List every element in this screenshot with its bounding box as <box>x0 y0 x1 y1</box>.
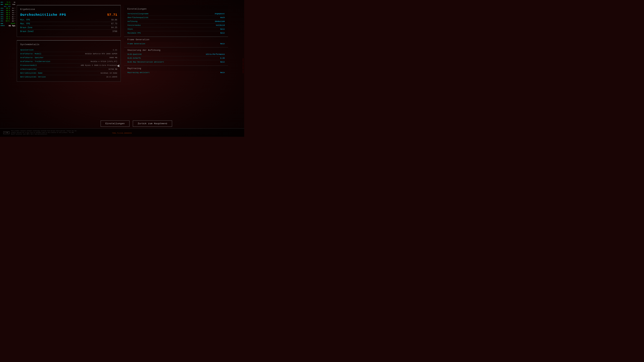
scaling-rows: DLSS-QualitätUltra-PerformanceDLSS-Schär… <box>128 52 225 64</box>
fps-row: Braun Zone64.25 <box>20 26 117 30</box>
fps-row: Braun Zone23708 <box>20 30 117 33</box>
side-decoration <box>243 58 244 78</box>
system-rows: Spielversion2.21Grafikkarte: ModellNVIDI… <box>20 48 117 79</box>
results-section: Ergebnisse Durchschnittliche FPS 57.71 M… <box>17 5 121 37</box>
scaling-row: DLSS-Schärfe0.65 <box>128 56 225 60</box>
hud-ram-label: RAM <box>1 23 3 25</box>
hud-cpu-row: CPU:60 %75 * <box>1 7 15 9</box>
bottom-code: TRN_TLCAS_B00D95 <box>112 132 132 134</box>
frame-gen-title: Frame Generation <box>124 37 228 42</box>
hud-ram-val: 15167 <box>11 23 15 25</box>
settings-main-title: Einstellungen <box>128 8 225 10</box>
system-detail-row: ProzessormodellAMD Ryzen 5 3600 6-Core P… <box>20 63 117 67</box>
hud-cpu-row: CPU:60 %78 * <box>1 12 15 14</box>
hud-cpu-row: CPU:60 %81 * <box>1 16 15 18</box>
fps-rows: Min. FPS50.86Max. FPS67.73Braun Zone64.2… <box>20 18 117 33</box>
avg-fps-value: 57.71 <box>107 13 117 17</box>
system-detail-row: Grafikkarte: Speicher8006 MB <box>20 56 117 60</box>
setting-row: Auflösung3840x2160 <box>128 19 225 23</box>
hud-cpu-row: CPU60 %60 * <box>1 20 15 22</box>
settings-main-section: Einstellungen VoreinstellungsnameAngepas… <box>124 5 228 37</box>
frame-gen-row: Frame GenerationNein <box>128 42 225 45</box>
hud-overlay: GPU 71 % 39 MEM 6589 % 7905 Min. FPS CPU… <box>0 0 16 29</box>
version-badge: V 85 <box>3 131 10 134</box>
scaling-section: DLSS-QualitätUltra-PerformanceDLSS-Schär… <box>124 52 228 65</box>
fps-row: Max. FPS67.73 <box>20 22 117 26</box>
left-panel: Ergebnisse Durchschnittliche FPS 57.71 M… <box>17 5 121 133</box>
setting-row: OberflächenqualitätHoch <box>128 16 225 19</box>
settings-button[interactable]: Einstellungen <box>100 120 130 127</box>
hud-mem-extra: 7905 <box>12 3 15 6</box>
scaling-row: DLSS-QualitätUltra-Performance <box>128 52 225 56</box>
settings-main-rows: VoreinstellungsnameAngepasstOberflächenq… <box>128 12 225 35</box>
setting-row: Maximale FPSNein <box>128 31 225 35</box>
frame-gen-rows: Frame GenerationNein <box>128 42 225 45</box>
avg-fps-label: Durchschnittliche FPS <box>20 13 66 17</box>
back-button[interactable]: Zurück zum Hauptmenü <box>133 120 172 127</box>
scaling-row: DLSS Ray Reconstruction aktiviertNein <box>128 60 225 64</box>
scaling-title: Skalierung der Auflösung <box>124 47 228 52</box>
bottom-buttons: Einstellungen Zurück zum Hauptmenü <box>100 120 172 127</box>
raytracing-section: Raytracing aktiviertNein <box>124 71 228 76</box>
hud-d3d-label: D3D12 <box>1 25 5 27</box>
hud-cpu-section: CPU:60 %75 *CPU:60 %59 *CPU:60 %78 *CPU:… <box>1 7 15 22</box>
setting-row: VoreinstellungsnameAngepasst <box>128 12 225 16</box>
results-title: Ergebnisse <box>20 8 117 10</box>
raytracing-title: Raytracing <box>124 66 228 71</box>
system-detail-row: Spielversion2.21 <box>20 48 117 52</box>
system-detail-row: Grafikkarte: ModellNVIDIA GeForce RTX 20… <box>20 52 117 56</box>
system-detail-row: Arbeitsspeicher32768 MB <box>20 67 117 71</box>
setting-row: FenstermodusVollbild <box>128 23 225 27</box>
hud-minfps-label: Min. FPS <box>4 5 10 7</box>
raytracing-rows: Raytracing aktiviertNein <box>128 71 225 74</box>
system-detail-row: Betriebssystem: NameWindows 10 Home <box>20 71 117 75</box>
avg-fps-row: Durchschnittliche FPS 57.71 <box>20 13 117 17</box>
hud-mem-val: 6589 % <box>5 3 10 6</box>
hud-cpu-row: CPU:60 %75 * <box>1 14 15 16</box>
right-panel: Einstellungen VoreinstellungsnameAngepas… <box>124 5 228 133</box>
hud-gpu-val: 71 % <box>6 1 10 3</box>
system-section: Systemdetails Spielversion2.21Grafikkart… <box>17 40 121 82</box>
hud-gpu-extra: 39 <box>14 1 15 3</box>
setting-row: VSyncNein <box>128 27 225 31</box>
system-detail-row: Grafikkarte: TreiberversionNvidia v 5721… <box>20 60 117 63</box>
system-detail-row: Betriebssystem: Version10.0.19045 <box>20 75 117 79</box>
bottom-legal-text: This product contains software technolog… <box>11 130 78 135</box>
hud-gpu-label: GPU <box>1 1 3 3</box>
frame-gen-section: Frame GenerationNein <box>124 42 228 47</box>
hud-cpu-row: CPU:60 %53 * <box>1 18 15 20</box>
system-title: Systemdetails <box>20 43 117 46</box>
hud-cpu-row: CPU:60 %59 * <box>1 9 15 12</box>
bottom-bar: V 85 This product contains software tech… <box>0 128 244 137</box>
raytracing-row: Raytracing aktiviertNein <box>128 71 225 74</box>
fps-row: Min. FPS50.86 <box>20 18 117 22</box>
hud-mem-label: MEM <box>1 3 3 6</box>
hud-d3d-val: 93 fps <box>8 25 15 27</box>
